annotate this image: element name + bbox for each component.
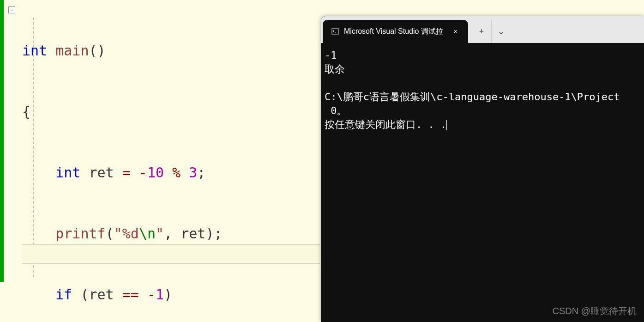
tab-title: Microsoft Visual Studio 调试拉 (344, 27, 443, 36)
keyword-if: if (55, 286, 72, 303)
operator-eq: == - (122, 286, 156, 303)
output-line-1: -1 (325, 49, 337, 61)
number-1: 1 (156, 286, 164, 303)
var-ret: ret (89, 164, 122, 181)
string-fmt: "%d (114, 225, 139, 242)
number-3: 3 (189, 164, 197, 181)
function-main: main (47, 43, 89, 59)
terminal-window: Microsoft Visual Studio 调试拉 × + ⌄ -1 取余 … (321, 16, 644, 322)
operator: = - (122, 164, 147, 181)
terminal-output[interactable]: -1 取余 C:\鹏哥c语言暑假集训\c-language-warehouse-… (321, 43, 644, 137)
semicolon: ; (197, 164, 205, 181)
new-tab-button[interactable]: + (472, 20, 491, 43)
svg-rect-0 (332, 29, 338, 34)
function-printf: printf (55, 225, 105, 242)
terminal-tab[interactable]: Microsoft Visual Studio 调试拉 × (323, 20, 468, 43)
tab-close-button[interactable]: × (451, 27, 460, 36)
output-line-6: 按任意键关闭此窗口. . . (325, 119, 446, 130)
var-ret: ret (181, 225, 205, 242)
cursor (446, 120, 447, 130)
keyword-int: int (22, 43, 47, 59)
brace-open: { (22, 103, 30, 120)
output-line-2: 取余 (325, 63, 345, 75)
output-line-4: C:\鹏哥c语言暑假集训\c-language-warehouse-1\Proj… (325, 91, 620, 103)
terminal-icon (331, 27, 339, 36)
tab-dropdown-button[interactable]: ⌄ (491, 20, 511, 43)
fold-minus-icon[interactable]: − (8, 6, 15, 13)
watermark: CSDN @睡觉待开机 (552, 305, 637, 317)
change-margin (0, 0, 4, 282)
escape-n: \n (139, 225, 156, 242)
tab-actions: + ⌄ (472, 20, 511, 43)
terminal-titlebar: Microsoft Visual Studio 调试拉 × + ⌄ (321, 16, 644, 43)
code-block[interactable]: int main() { int ret = -10 % 3; printf("… (22, 0, 239, 322)
paren: () (89, 43, 106, 59)
output-line-5: 0。 (325, 105, 347, 116)
operator-mod: % (164, 164, 189, 181)
indent (22, 164, 55, 181)
keyword-int: int (55, 164, 80, 181)
number-10: 10 (147, 164, 164, 181)
